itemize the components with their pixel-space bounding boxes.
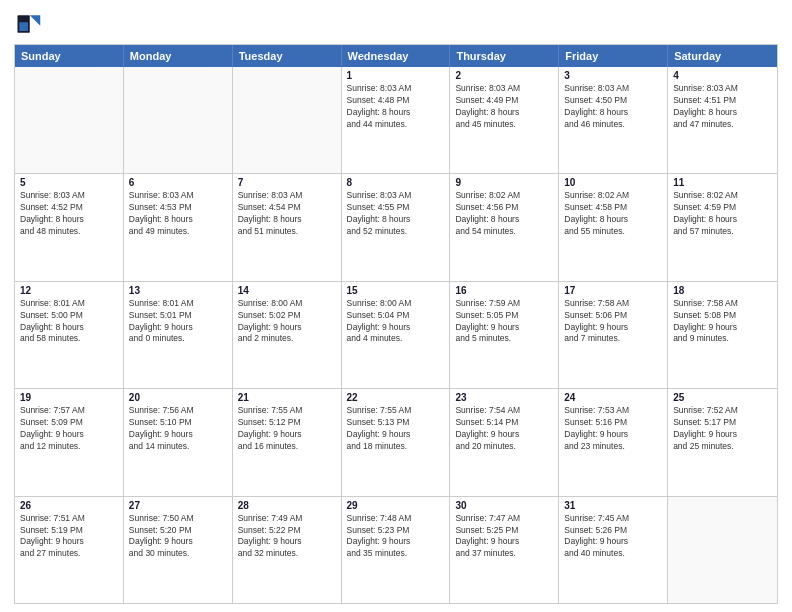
header-day-sunday: Sunday [15,45,124,67]
day-number: 9 [455,177,553,188]
day-number: 5 [20,177,118,188]
cal-cell: 6Sunrise: 8:03 AM Sunset: 4:53 PM Daylig… [124,174,233,280]
cal-cell: 3Sunrise: 8:03 AM Sunset: 4:50 PM Daylig… [559,67,668,173]
cal-cell: 14Sunrise: 8:00 AM Sunset: 5:02 PM Dayli… [233,282,342,388]
cal-cell: 21Sunrise: 7:55 AM Sunset: 5:12 PM Dayli… [233,389,342,495]
cal-cell: 20Sunrise: 7:56 AM Sunset: 5:10 PM Dayli… [124,389,233,495]
day-number: 10 [564,177,662,188]
day-info: Sunrise: 8:01 AM Sunset: 5:01 PM Dayligh… [129,298,227,346]
day-number: 19 [20,392,118,403]
day-info: Sunrise: 7:57 AM Sunset: 5:09 PM Dayligh… [20,405,118,453]
day-info: Sunrise: 8:00 AM Sunset: 5:04 PM Dayligh… [347,298,445,346]
day-info: Sunrise: 7:45 AM Sunset: 5:26 PM Dayligh… [564,513,662,561]
cal-cell [233,67,342,173]
day-number: 2 [455,70,553,81]
day-number: 17 [564,285,662,296]
day-info: Sunrise: 7:53 AM Sunset: 5:16 PM Dayligh… [564,405,662,453]
day-number: 28 [238,500,336,511]
header-day-saturday: Saturday [668,45,777,67]
day-number: 20 [129,392,227,403]
cal-cell: 13Sunrise: 8:01 AM Sunset: 5:01 PM Dayli… [124,282,233,388]
cal-cell: 4Sunrise: 8:03 AM Sunset: 4:51 PM Daylig… [668,67,777,173]
day-info: Sunrise: 8:01 AM Sunset: 5:00 PM Dayligh… [20,298,118,346]
day-info: Sunrise: 7:58 AM Sunset: 5:08 PM Dayligh… [673,298,772,346]
header-day-tuesday: Tuesday [233,45,342,67]
cal-cell: 26Sunrise: 7:51 AM Sunset: 5:19 PM Dayli… [15,497,124,603]
cal-cell: 18Sunrise: 7:58 AM Sunset: 5:08 PM Dayli… [668,282,777,388]
header-day-friday: Friday [559,45,668,67]
cal-cell: 19Sunrise: 7:57 AM Sunset: 5:09 PM Dayli… [15,389,124,495]
day-info: Sunrise: 8:03 AM Sunset: 4:50 PM Dayligh… [564,83,662,131]
logo-icon [14,10,42,38]
week-row-3: 19Sunrise: 7:57 AM Sunset: 5:09 PM Dayli… [15,388,777,495]
day-info: Sunrise: 8:02 AM Sunset: 4:59 PM Dayligh… [673,190,772,238]
cal-cell: 9Sunrise: 8:02 AM Sunset: 4:56 PM Daylig… [450,174,559,280]
day-info: Sunrise: 8:03 AM Sunset: 4:54 PM Dayligh… [238,190,336,238]
day-number: 11 [673,177,772,188]
cal-cell [124,67,233,173]
cal-cell: 12Sunrise: 8:01 AM Sunset: 5:00 PM Dayli… [15,282,124,388]
day-info: Sunrise: 7:51 AM Sunset: 5:19 PM Dayligh… [20,513,118,561]
day-info: Sunrise: 7:59 AM Sunset: 5:05 PM Dayligh… [455,298,553,346]
day-info: Sunrise: 8:02 AM Sunset: 4:56 PM Dayligh… [455,190,553,238]
day-number: 15 [347,285,445,296]
cal-cell: 25Sunrise: 7:52 AM Sunset: 5:17 PM Dayli… [668,389,777,495]
week-row-4: 26Sunrise: 7:51 AM Sunset: 5:19 PM Dayli… [15,496,777,603]
cal-cell: 17Sunrise: 7:58 AM Sunset: 5:06 PM Dayli… [559,282,668,388]
day-number: 30 [455,500,553,511]
day-info: Sunrise: 7:48 AM Sunset: 5:23 PM Dayligh… [347,513,445,561]
cal-cell [668,497,777,603]
calendar: SundayMondayTuesdayWednesdayThursdayFrid… [14,44,778,604]
day-number: 6 [129,177,227,188]
day-number: 31 [564,500,662,511]
header-day-wednesday: Wednesday [342,45,451,67]
day-info: Sunrise: 8:02 AM Sunset: 4:58 PM Dayligh… [564,190,662,238]
day-number: 29 [347,500,445,511]
week-row-1: 5Sunrise: 8:03 AM Sunset: 4:52 PM Daylig… [15,173,777,280]
calendar-body: 1Sunrise: 8:03 AM Sunset: 4:48 PM Daylig… [15,67,777,603]
day-info: Sunrise: 7:58 AM Sunset: 5:06 PM Dayligh… [564,298,662,346]
day-info: Sunrise: 8:03 AM Sunset: 4:53 PM Dayligh… [129,190,227,238]
day-info: Sunrise: 7:56 AM Sunset: 5:10 PM Dayligh… [129,405,227,453]
day-info: Sunrise: 7:52 AM Sunset: 5:17 PM Dayligh… [673,405,772,453]
day-info: Sunrise: 8:03 AM Sunset: 4:49 PM Dayligh… [455,83,553,131]
cal-cell: 1Sunrise: 8:03 AM Sunset: 4:48 PM Daylig… [342,67,451,173]
day-number: 16 [455,285,553,296]
header-day-monday: Monday [124,45,233,67]
day-number: 18 [673,285,772,296]
day-info: Sunrise: 8:03 AM Sunset: 4:51 PM Dayligh… [673,83,772,131]
header-day-thursday: Thursday [450,45,559,67]
cal-cell: 8Sunrise: 8:03 AM Sunset: 4:55 PM Daylig… [342,174,451,280]
cal-cell: 31Sunrise: 7:45 AM Sunset: 5:26 PM Dayli… [559,497,668,603]
day-number: 14 [238,285,336,296]
day-number: 4 [673,70,772,81]
day-number: 22 [347,392,445,403]
header [14,10,778,38]
day-info: Sunrise: 8:03 AM Sunset: 4:55 PM Dayligh… [347,190,445,238]
day-number: 13 [129,285,227,296]
cal-cell: 29Sunrise: 7:48 AM Sunset: 5:23 PM Dayli… [342,497,451,603]
cal-cell: 16Sunrise: 7:59 AM Sunset: 5:05 PM Dayli… [450,282,559,388]
day-info: Sunrise: 7:49 AM Sunset: 5:22 PM Dayligh… [238,513,336,561]
week-row-2: 12Sunrise: 8:01 AM Sunset: 5:00 PM Dayli… [15,281,777,388]
cal-cell: 28Sunrise: 7:49 AM Sunset: 5:22 PM Dayli… [233,497,342,603]
cal-cell: 30Sunrise: 7:47 AM Sunset: 5:25 PM Dayli… [450,497,559,603]
day-number: 24 [564,392,662,403]
day-info: Sunrise: 7:55 AM Sunset: 5:13 PM Dayligh… [347,405,445,453]
day-info: Sunrise: 7:47 AM Sunset: 5:25 PM Dayligh… [455,513,553,561]
cal-cell: 2Sunrise: 8:03 AM Sunset: 4:49 PM Daylig… [450,67,559,173]
day-info: Sunrise: 7:50 AM Sunset: 5:20 PM Dayligh… [129,513,227,561]
day-number: 7 [238,177,336,188]
logo [14,10,46,38]
svg-rect-3 [19,22,28,31]
cal-cell: 11Sunrise: 8:02 AM Sunset: 4:59 PM Dayli… [668,174,777,280]
day-info: Sunrise: 8:00 AM Sunset: 5:02 PM Dayligh… [238,298,336,346]
page: SundayMondayTuesdayWednesdayThursdayFrid… [0,0,792,612]
cal-cell: 24Sunrise: 7:53 AM Sunset: 5:16 PM Dayli… [559,389,668,495]
cal-cell: 22Sunrise: 7:55 AM Sunset: 5:13 PM Dayli… [342,389,451,495]
day-number: 21 [238,392,336,403]
day-info: Sunrise: 7:54 AM Sunset: 5:14 PM Dayligh… [455,405,553,453]
day-number: 26 [20,500,118,511]
day-number: 25 [673,392,772,403]
cal-cell: 27Sunrise: 7:50 AM Sunset: 5:20 PM Dayli… [124,497,233,603]
